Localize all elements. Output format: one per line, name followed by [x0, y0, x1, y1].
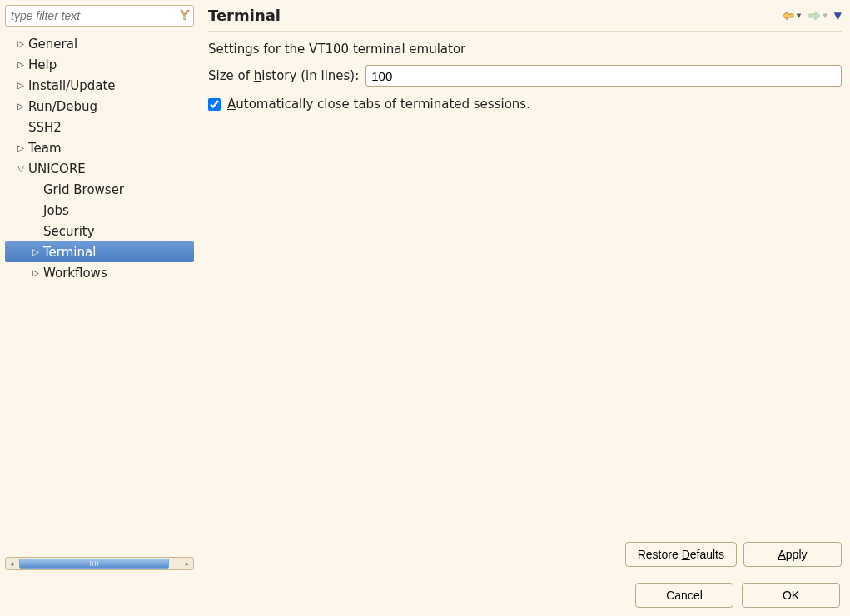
tree-label: Help: [28, 57, 57, 72]
filter-input[interactable]: [5, 5, 194, 27]
view-menu-icon[interactable]: ▼: [834, 10, 842, 22]
history-size-input[interactable]: [365, 65, 842, 87]
autoclose-checkbox[interactable]: [208, 98, 221, 111]
chevron-down-icon: ▾: [823, 10, 828, 21]
tree-label: Grid Browser: [43, 182, 124, 197]
tree-item-help[interactable]: ▷ Help: [5, 54, 194, 75]
header-nav-icons: ▾ ▾ ▼: [782, 10, 842, 22]
tree-label: Install/Update: [28, 78, 116, 93]
autoclose-label: Automatically close tabs of terminated s…: [227, 97, 530, 112]
restore-defaults-button[interactable]: Restore Defaults: [625, 542, 737, 567]
expand-icon: ▷: [13, 60, 28, 69]
scrollbar-thumb[interactable]: [19, 559, 169, 569]
preferences-tree: ▷ General ▷ Help ▷ Install/Update ▷ Run/…: [5, 32, 194, 554]
autoclose-row: Automatically close tabs of terminated s…: [208, 97, 842, 112]
filter-wrap: [5, 5, 194, 27]
tree-label: Team: [28, 141, 62, 156]
sidebar-horizontal-scrollbar[interactable]: ◂ ▸: [5, 557, 194, 570]
expand-icon: ▷: [13, 102, 28, 111]
tree-item-team[interactable]: ▷ Team: [5, 137, 194, 158]
dialog-footer: Cancel OK: [0, 574, 850, 616]
tree-item-general[interactable]: ▷ General: [5, 33, 194, 54]
tree-item-jobs[interactable]: ▷ Jobs: [5, 200, 194, 221]
nav-forward-button[interactable]: ▾: [808, 10, 828, 21]
tree-label: Run/Debug: [28, 99, 97, 114]
tree-label: Security: [43, 224, 95, 239]
ok-button[interactable]: OK: [742, 583, 840, 608]
tree-label: SSH2: [28, 120, 62, 135]
tree-label: General: [28, 37, 77, 52]
page-title: Terminal: [208, 7, 281, 24]
expand-icon: ▷: [13, 81, 28, 90]
tree-label: Workflows: [43, 266, 107, 281]
content-header: Terminal ▾ ▾ ▼: [208, 7, 842, 32]
expand-icon: ▷: [13, 143, 28, 152]
clear-filter-icon[interactable]: [179, 9, 191, 23]
expand-icon: ▷: [28, 247, 43, 256]
history-size-row: Size of history (in lines):: [208, 65, 842, 87]
tree-item-grid-browser[interactable]: ▷ Grid Browser: [5, 179, 194, 200]
tree-label: Terminal: [43, 245, 96, 260]
cancel-button[interactable]: Cancel: [635, 583, 733, 608]
tree-label: Jobs: [43, 203, 69, 218]
settings-body: Settings for the VT100 terminal emulator…: [208, 32, 842, 535]
history-size-label: Size of history (in lines):: [208, 68, 359, 83]
tree-item-terminal[interactable]: ▷ Terminal: [5, 241, 194, 262]
chevron-down-icon: ▾: [797, 10, 802, 21]
tree-item-unicore[interactable]: ▽ UNICORE: [5, 158, 194, 179]
tree-item-ssh2[interactable]: ▷ SSH2: [5, 117, 194, 137]
expand-icon: ▷: [13, 39, 28, 48]
apply-button[interactable]: Apply: [743, 542, 842, 567]
tree-label: UNICORE: [28, 161, 86, 176]
scroll-right-icon[interactable]: ▸: [181, 559, 193, 568]
tree-item-workflows[interactable]: ▷ Workflows: [5, 262, 194, 283]
nav-back-button[interactable]: ▾: [782, 10, 802, 21]
collapse-icon: ▽: [13, 164, 28, 173]
preferences-sidebar: ▷ General ▷ Help ▷ Install/Update ▷ Run/…: [0, 0, 198, 574]
preferences-content: Terminal ▾ ▾ ▼ Settings for the VT1: [198, 0, 850, 574]
tree-item-security[interactable]: ▷ Security: [5, 221, 194, 241]
scroll-left-icon[interactable]: ◂: [6, 559, 17, 568]
tree-item-run-debug[interactable]: ▷ Run/Debug: [5, 96, 194, 117]
expand-icon: ▷: [28, 268, 43, 277]
content-footer: Restore Defaults Apply: [208, 535, 842, 567]
tree-item-install-update[interactable]: ▷ Install/Update: [5, 75, 194, 96]
settings-description: Settings for the VT100 terminal emulator: [208, 42, 842, 57]
